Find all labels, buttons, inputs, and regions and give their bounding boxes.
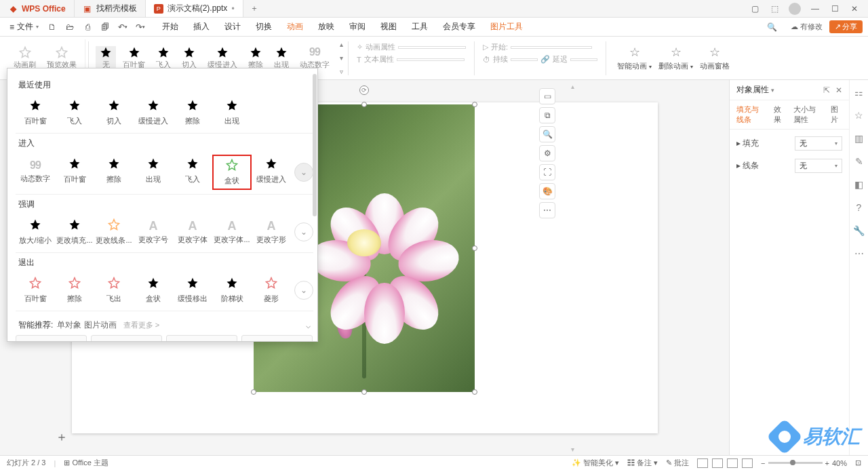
smart-anim-button[interactable]: ☆智能动画 ▾: [617, 45, 652, 71]
ribbon-effect-6[interactable]: 出现: [270, 46, 293, 70]
anim-item-强调-6[interactable]: A更改字形: [252, 216, 291, 248]
anim-item-进入-1[interactable]: 百叶窗: [55, 155, 94, 187]
fill-property[interactable]: ▸ 填充 无▾: [736, 136, 842, 151]
anim-pane-button[interactable]: ☆动画窗格: [700, 45, 730, 71]
anim-item-强调-1[interactable]: 更改填充...: [55, 216, 94, 248]
crop-icon[interactable]: ⧉: [539, 107, 555, 123]
anim-item-强调-2[interactable]: 更改线条...: [94, 216, 134, 248]
ribbon-effect-3[interactable]: 切入: [178, 46, 201, 70]
star-icon[interactable]: ☆: [854, 110, 863, 121]
view-sorter-button[interactable]: [712, 458, 723, 468]
resize-handle-ne[interactable]: [472, 102, 477, 107]
anim-item-强调-0[interactable]: 放大/缩小: [16, 216, 55, 248]
add-tab-button[interactable]: ＋: [243, 3, 265, 14]
menu-tab-4[interactable]: 动画: [287, 21, 303, 33]
right-tab-2[interactable]: 大小与属性: [793, 104, 823, 125]
menu-tab-10[interactable]: 图片工具: [490, 21, 523, 33]
effects-scroll[interactable]: ▴▾▿: [338, 39, 345, 77]
fill-dropdown[interactable]: 无▾: [795, 136, 842, 151]
resize-handle-sw[interactable]: [251, 389, 256, 395]
anim-item-最近使用-0[interactable]: 百叶窗: [16, 96, 55, 129]
reco-card-3[interactable]: 上方缩放飞入进入: [241, 335, 313, 342]
anim-item-强调-3[interactable]: A更改字号: [134, 216, 173, 248]
reco-card-2[interactable]: 弹性下落进入: [166, 335, 237, 342]
resize-handle-e[interactable]: [472, 246, 477, 251]
anim-item-退出-2[interactable]: 飞出: [94, 274, 134, 307]
anim-item-进入-6[interactable]: 缓慢进入: [252, 155, 291, 187]
status-beautify[interactable]: ✨ 智能美化 ▾: [572, 458, 619, 468]
delete-anim-button[interactable]: ☆删除动画 ▾: [658, 45, 693, 71]
ribbon-effect-5[interactable]: 擦除: [244, 46, 267, 70]
zoom-out-button[interactable]: −: [761, 459, 765, 467]
menu-tab-1[interactable]: 插入: [193, 21, 210, 33]
anim-item-进入-3[interactable]: 出现: [134, 155, 173, 187]
fit-button[interactable]: ⊡: [855, 458, 861, 467]
more-icon[interactable]: ⋯: [854, 248, 864, 259]
scroll-down-icon[interactable]: ▾: [569, 446, 576, 453]
file-menu[interactable]: ≡ 文件 ▾: [5, 20, 43, 34]
quick-undo-icon[interactable]: ↶▾: [117, 22, 128, 33]
anim-item-退出-3[interactable]: 盒状: [134, 274, 173, 307]
anim-item-进入-2[interactable]: 擦除: [94, 155, 134, 187]
reco-collapse-icon[interactable]: ⌵: [306, 321, 311, 330]
window-cube-icon[interactable]: ⬚: [769, 3, 780, 14]
quick-redo-icon[interactable]: ↷▾: [135, 22, 146, 33]
avatar-icon[interactable]: [789, 3, 801, 15]
share-button[interactable]: ↗分享: [829, 20, 863, 33]
anim-item-最近使用-3[interactable]: 缓慢进入: [134, 96, 173, 129]
quick-preview-icon[interactable]: 🗐: [100, 22, 111, 33]
zoom-slider[interactable]: [768, 462, 823, 464]
anim-item-退出-1[interactable]: 擦除: [55, 274, 94, 307]
anim-item-退出-4[interactable]: 缓慢移出: [173, 274, 212, 307]
view-normal-button[interactable]: [697, 458, 708, 468]
anim-item-退出-5[interactable]: 阶梯状: [212, 274, 252, 307]
view-reading-button[interactable]: [727, 458, 738, 468]
app-logo-tab[interactable]: ◆ WPS Office: [0, 0, 75, 17]
tool-icon[interactable]: 🔧: [853, 225, 865, 236]
menu-tab-6[interactable]: 审阅: [349, 21, 366, 33]
anim-item-进入-5[interactable]: 盒状: [212, 155, 252, 190]
settings-icon[interactable]: ⚏: [854, 87, 863, 98]
anim-item-强调-5[interactable]: A更改字体...: [212, 216, 252, 248]
scroll-up-icon[interactable]: ▴: [569, 83, 576, 90]
menu-tab-8[interactable]: 工具: [412, 21, 428, 33]
add-slide-button[interactable]: ＋: [56, 429, 68, 445]
ribbon-preview-effect[interactable]: 预览效果: [43, 46, 81, 70]
quick-open-icon[interactable]: 🗁: [64, 22, 75, 33]
right-tab-0[interactable]: 填充与线条: [736, 104, 766, 125]
help-icon[interactable]: ?: [856, 202, 862, 213]
title-tab-document[interactable]: P 演示文稿(2).pptx •: [146, 0, 243, 17]
zoom-icon[interactable]: 🔍: [539, 126, 555, 142]
anim-item-退出-6[interactable]: 菱形: [252, 274, 291, 307]
fit-icon[interactable]: ⛶: [539, 164, 555, 180]
reco-card-0[interactable]: 轰然下落(适合浅色背景)轰然下落: [16, 335, 87, 342]
ribbon-effect-7[interactable]: 99动态数字: [296, 46, 334, 70]
ribbon-effect-4[interactable]: 缓慢进入: [203, 46, 241, 70]
ribbon-effect-1[interactable]: 百叶窗: [119, 46, 149, 70]
zoom-value[interactable]: 40%: [832, 459, 847, 467]
text-property-row[interactable]: T文本属性: [357, 54, 466, 64]
zoom-in-button[interactable]: +: [825, 459, 829, 467]
ribbon-anim-brush[interactable]: 动画刷: [9, 46, 40, 70]
maximize-button[interactable]: ☐: [829, 3, 840, 14]
menu-tab-9[interactable]: 会员专享: [443, 21, 475, 33]
title-tab-templates[interactable]: ▣ 找稻壳模板: [75, 0, 146, 17]
view-slideshow-button[interactable]: [742, 458, 753, 468]
ribbon-effect-2[interactable]: 飞入: [152, 46, 175, 70]
brush-icon[interactable]: ✎: [855, 156, 863, 167]
window-grid-icon[interactable]: ▢: [749, 3, 760, 14]
menu-tab-0[interactable]: 开始: [162, 21, 178, 33]
resize-handle-n[interactable]: [361, 102, 367, 107]
anim-item-最近使用-2[interactable]: 切入: [94, 96, 134, 129]
panel-scrollbar[interactable]: [313, 74, 317, 216]
adjust-icon[interactable]: ⚙: [539, 145, 555, 161]
menu-tab-2[interactable]: 设计: [224, 21, 241, 33]
right-tab-3[interactable]: 图片: [831, 104, 842, 125]
pin-icon[interactable]: ⇱: [823, 85, 830, 95]
close-panel-icon[interactable]: ✕: [835, 85, 842, 95]
reco-card-1[interactable]: Q弹强调强调: [91, 335, 162, 342]
menu-tab-3[interactable]: 切换: [256, 21, 272, 33]
close-window-button[interactable]: ✕: [849, 3, 860, 14]
anim-item-进入-0[interactable]: 99动态数字: [16, 155, 55, 187]
has-changes-indicator[interactable]: ☁ 有修改: [791, 22, 823, 32]
